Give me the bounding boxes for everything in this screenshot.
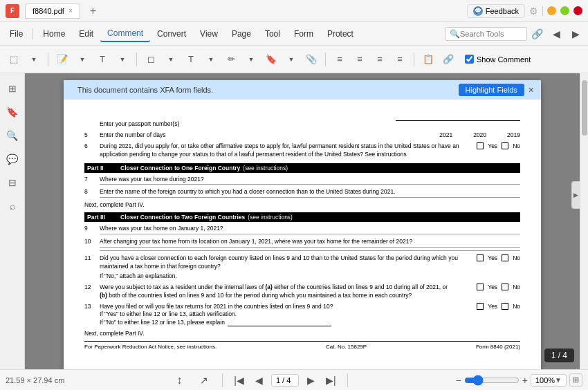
hand-tool-button[interactable]: ↗	[194, 371, 214, 390]
page-current: 1 / 4	[276, 376, 291, 384]
last-page-button[interactable]: ▶|	[323, 373, 339, 387]
line11-yes-label: Yes	[488, 254, 497, 261]
search-tools-area[interactable]: 🔍	[445, 27, 527, 41]
line10-field	[100, 247, 520, 248]
line11-num: 11	[84, 254, 95, 281]
toolbar-btn-dropdown-3[interactable]: ▼	[113, 50, 132, 69]
sidebar-layers-icon[interactable]: ⊟	[3, 173, 22, 192]
toolbar-btn-attach[interactable]: 📎	[302, 50, 321, 69]
menu-bar: File Home Edit Comment Convert View Page…	[0, 22, 588, 46]
toolbar-btn-highlight[interactable]: T	[93, 50, 112, 69]
zoom-dropdown-button[interactable]: ▼	[555, 376, 562, 384]
zoom-slider[interactable]	[464, 375, 520, 386]
toolbar-btn-9[interactable]: 📋	[419, 50, 438, 69]
toolbar-group-1: ⬚ ▼	[4, 50, 44, 69]
pdf-row-9: 9 Where was your tax home on January 1, …	[84, 225, 520, 235]
show-comment-checkbox[interactable]	[465, 55, 474, 64]
fit-page-button[interactable]: ⊞	[569, 373, 582, 387]
xfa-banner: This document contains XFA form fields. …	[64, 80, 541, 100]
part3-instruct: (see instructions)	[248, 214, 293, 221]
line11-text: Did you have a closer connection to each…	[100, 254, 458, 270]
feedback-button[interactable]: 💬 Feedback	[467, 4, 525, 18]
menu-protect[interactable]: Protect	[320, 26, 360, 41]
line13-yes-cb[interactable]	[477, 303, 484, 310]
toolbar-btn-8[interactable]: ≡	[390, 50, 410, 69]
line8-field	[100, 197, 520, 198]
prev-page-button[interactable]: ◀	[252, 373, 266, 387]
nav-back-button[interactable]: ◀	[546, 24, 566, 44]
toolbar-btn-dropdown-7[interactable]: ▼	[282, 50, 301, 69]
maximize-button[interactable]	[560, 6, 569, 15]
toolbar-btn-dropdown-4[interactable]: ▼	[161, 50, 181, 69]
right-page-toggle-button[interactable]: ▶	[571, 181, 580, 209]
zoom-value-display: 100% ▼	[531, 374, 567, 387]
menu-edit[interactable]: Edit	[72, 26, 100, 41]
sidebar-bookmark-icon[interactable]: 🔖	[3, 102, 22, 122]
zoom-area: − + 100% ▼ ⊞	[456, 373, 582, 387]
tab-close-button[interactable]: ×	[68, 7, 73, 15]
menu-file[interactable]: File	[3, 26, 30, 41]
menu-home[interactable]: Home	[36, 26, 72, 41]
first-page-button[interactable]: |◀	[231, 373, 247, 387]
line11-yes-cb[interactable]	[477, 254, 484, 261]
search-tools-input[interactable]	[460, 30, 522, 38]
toolbar-btn-5[interactable]: ≡	[330, 50, 349, 69]
menu-tool[interactable]: Tool	[258, 26, 287, 41]
tab-item[interactable]: f8840.pdf ×	[25, 3, 80, 19]
zoom-in-button[interactable]: +	[522, 375, 528, 386]
zoom-out-button[interactable]: −	[456, 375, 461, 386]
part2-header: Part II Closer Connection to One Foreign…	[84, 163, 520, 173]
sidebar-find-icon[interactable]: ⌕	[3, 196, 22, 216]
nav-forward-button[interactable]: ▶	[566, 24, 585, 44]
year2: 2020	[473, 131, 486, 138]
title-bar-left: F f8840.pdf × +	[6, 3, 100, 19]
sidebar-thumbnail-icon[interactable]: ⊞	[3, 79, 22, 98]
toolbar-btn-dropdown-1[interactable]: ▼	[24, 50, 44, 69]
highlight-fields-button[interactable]: Highlight Fields	[459, 84, 524, 96]
xfa-banner-close-button[interactable]: ×	[529, 84, 534, 95]
toolbar-btn-10[interactable]: 🔗	[439, 50, 458, 69]
add-tab-button[interactable]: +	[86, 3, 100, 19]
toolbar-btn-stamp[interactable]: 🔖	[261, 50, 281, 69]
app-icon: F	[6, 4, 19, 18]
line6-no-cb[interactable]	[502, 142, 508, 149]
toolbar-btn-dropdown-2[interactable]: ▼	[73, 50, 92, 69]
menu-form[interactable]: Form	[287, 26, 320, 41]
cursor-tool-button[interactable]: ↕	[169, 371, 189, 390]
toolbar-btn-dropdown-6[interactable]: ▼	[241, 50, 261, 69]
menu-convert[interactable]: Convert	[150, 26, 193, 41]
toolbar-btn-pen[interactable]: ✏	[221, 50, 241, 69]
toolbar-group-3: ◻ ▼ T ▼ ✏ ▼ 🔖 ▼ 📎	[141, 50, 321, 69]
menu-separator	[33, 28, 33, 39]
line6-yes-cb[interactable]	[477, 142, 484, 149]
next-page-button[interactable]: ▶	[304, 373, 318, 387]
minimize-button[interactable]	[547, 6, 556, 15]
line12-no-cb[interactable]	[502, 284, 508, 290]
next-complete-iv2: Next, complete Part IV.	[84, 330, 520, 337]
pdf-row-7: 7 Where was your tax home during 2021?	[84, 176, 520, 186]
close-button[interactable]	[573, 6, 582, 15]
toolbar-btn-note[interactable]: 📝	[53, 50, 72, 69]
toolbar-btn-shape[interactable]: ◻	[141, 50, 160, 69]
line4-text: Enter your passport number(s)	[100, 120, 392, 129]
toolbar-btn-dropdown-5[interactable]: ▼	[201, 50, 221, 69]
menu-page[interactable]: Page	[225, 26, 258, 41]
toolbar-btn-6[interactable]: ≡	[350, 50, 369, 69]
pdf-row-5: 5 Enter the number of days 2021 2020 201…	[84, 131, 520, 140]
line13-no-cb[interactable]	[502, 303, 508, 310]
external-link-button[interactable]: 🔗	[527, 24, 546, 44]
right-scrollbar[interactable]	[580, 73, 588, 369]
sidebar-search-icon[interactable]: 🔍	[3, 126, 22, 145]
line5-num: 5	[84, 131, 95, 138]
toolbar-btn-7[interactable]: ≡	[370, 50, 389, 69]
menu-view[interactable]: View	[193, 26, 225, 41]
toolbar-btn-text[interactable]: T	[181, 50, 201, 69]
sidebar-comment-icon[interactable]: 💬	[3, 149, 22, 169]
toolbar-btn-1[interactable]: ⬚	[4, 50, 24, 69]
title-bar-right: 💬 Feedback ⚙	[467, 4, 582, 18]
menu-comment[interactable]: Comment	[100, 26, 150, 42]
line11-no-cb[interactable]	[502, 254, 508, 261]
show-comment-label[interactable]: Show Comment	[477, 55, 531, 64]
line12-yes-cb[interactable]	[477, 284, 484, 290]
scrollbar-thumb[interactable]	[582, 80, 587, 136]
